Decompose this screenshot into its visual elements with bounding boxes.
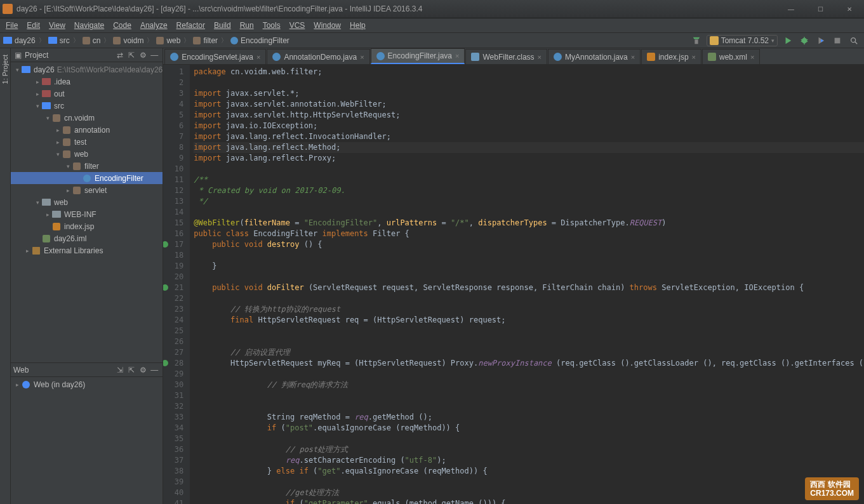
project-tree[interactable]: ▾day26E:\ItSoft\WorkPlace\Idea\day26▸.id… <box>11 62 163 362</box>
search-everywhere-button[interactable] <box>847 34 860 47</box>
editor-tab[interactable]: EncodingFilter.java× <box>371 48 465 64</box>
code-line[interactable]: public void doFilter (ServletRequest req… <box>194 282 864 293</box>
menu-code[interactable]: Code <box>109 19 136 32</box>
tree-node[interactable]: ▸.idea <box>11 76 163 88</box>
tree-node[interactable]: ▾cn.voidm <box>11 112 163 124</box>
code-line[interactable] <box>194 369 864 380</box>
menu-tools[interactable]: Tools <box>258 19 285 32</box>
menu-vcs[interactable]: VCS <box>285 19 310 32</box>
tree-node[interactable]: ▸test <box>11 136 163 148</box>
run-button[interactable] <box>781 34 794 47</box>
collapse-button[interactable]: ⇲ <box>114 364 126 376</box>
code-line[interactable] <box>194 207 864 218</box>
tree-node[interactable]: index.jsp <box>11 220 163 232</box>
editor-tab[interactable]: AnnotationDemo.java× <box>267 49 369 64</box>
code-line[interactable]: @WebFilter(filterName = "EncodingFilter"… <box>194 218 864 229</box>
tree-expander[interactable]: ▾ <box>44 115 51 121</box>
hide-button[interactable]: — <box>149 50 160 61</box>
code-line[interactable] <box>194 77 864 88</box>
code-line[interactable] <box>194 272 864 282</box>
menu-help[interactable]: Help <box>345 19 370 32</box>
code-line[interactable]: import java.io.IOException; <box>194 121 864 131</box>
settings-button[interactable]: ⚙ <box>137 50 149 61</box>
tree-expander[interactable]: ▸ <box>34 91 41 97</box>
code-line[interactable]: import javax.servlet.http.HttpServletReq… <box>194 110 864 121</box>
tree-node[interactable]: day26.iml <box>11 232 163 244</box>
close-tab-button[interactable]: × <box>455 52 459 60</box>
tree-node[interactable]: ▾src <box>11 100 163 112</box>
run-with-coverage-button[interactable] <box>814 34 827 47</box>
crumb-filter[interactable]: filter <box>192 36 219 45</box>
crumb-voidm[interactable]: voidm <box>112 36 145 45</box>
menu-refactor[interactable]: Refactor <box>172 19 209 32</box>
code-line[interactable]: // 启动设置代理 <box>194 347 864 358</box>
code-line[interactable]: //get处理方法 <box>194 487 864 498</box>
code-line[interactable]: */ <box>194 196 864 207</box>
code-line[interactable]: // 判断req的请求方法 <box>194 380 864 390</box>
tree-node[interactable]: EncodingFilter <box>11 172 163 184</box>
collapse-all-button[interactable]: ⇱ <box>126 50 137 61</box>
crumb-src[interactable]: src <box>47 36 71 45</box>
tree-node[interactable]: ▸out <box>11 88 163 100</box>
editor[interactable]: 1234567891011121314151617181920212223242… <box>163 65 864 504</box>
code-line[interactable]: } <box>194 261 864 272</box>
code-line[interactable]: } else if ("get".equalsIgnoreCase (reqMe… <box>194 466 864 477</box>
editor-gutter[interactable]: 1234567891011121314151617181920212223242… <box>163 65 190 504</box>
code-line[interactable]: public void destroy () { <box>194 239 864 250</box>
tree-node[interactable]: ▸annotation <box>11 124 163 136</box>
code-line[interactable]: package cn.voidm.web.filter; <box>194 67 864 77</box>
code-line[interactable]: import java.lang.reflect.Proxy; <box>194 153 864 164</box>
code-line[interactable]: if ("getParameter".equals (method.getNam… <box>194 498 864 504</box>
close-tab-button[interactable]: × <box>631 53 635 61</box>
tree-expander[interactable]: ▸ <box>23 248 31 254</box>
menu-window[interactable]: Window <box>309 19 345 32</box>
debug-button[interactable] <box>798 34 811 47</box>
code-line[interactable]: import java.lang.reflect.InvocationHandl… <box>194 131 864 142</box>
code-line[interactable]: final HttpServletRequest req = (HttpServ… <box>194 315 864 326</box>
menu-navigate[interactable]: Navigate <box>70 19 109 32</box>
code-line[interactable]: public class EncodingFilter implements F… <box>194 229 864 239</box>
code-line[interactable] <box>194 293 864 304</box>
crumb-module[interactable]: day26 <box>2 36 37 45</box>
code-line[interactable] <box>194 401 864 412</box>
toolwindow-tab-project[interactable]: 1: Project <box>0 48 10 90</box>
tree-expander[interactable]: ▸ <box>54 139 62 145</box>
menu-run[interactable]: Run <box>236 19 258 32</box>
code-line[interactable]: // 转换为http协议的request <box>194 304 864 315</box>
editor-code[interactable]: package cn.voidm.web.filter; import java… <box>190 65 864 504</box>
code-line[interactable] <box>194 434 864 444</box>
web-tree-item[interactable]: ▸ Web (in day26) <box>11 378 163 390</box>
make-project-button[interactable] <box>690 34 703 47</box>
tree-node[interactable]: ▾filter <box>11 160 163 172</box>
code-line[interactable] <box>194 477 864 487</box>
code-line[interactable]: HttpServletRequest myReq = (HttpServletR… <box>194 358 864 369</box>
editor-tab[interactable]: index.jsp× <box>641 49 701 64</box>
tree-expander[interactable]: ▸ <box>54 127 62 133</box>
expand-button[interactable]: ⇱ <box>126 364 137 376</box>
code-line[interactable]: // post处理方式 <box>194 444 864 455</box>
code-line[interactable]: if ("post".equalsIgnoreCase (reqMethod))… <box>194 423 864 434</box>
gutter-override-icon[interactable] <box>163 360 168 366</box>
code-line[interactable]: /** <box>194 175 864 185</box>
menu-analyze[interactable]: Analyze <box>136 19 172 32</box>
gutter-override-icon[interactable] <box>163 284 168 291</box>
tree-expander[interactable]: ▾ <box>34 103 41 109</box>
code-line[interactable] <box>194 164 864 175</box>
code-line[interactable]: String reqMethod = req.getMethod (); <box>194 412 864 423</box>
tree-expander[interactable]: ▸ <box>64 187 72 194</box>
tree-expander[interactable]: ▾ <box>34 199 41 206</box>
code-line[interactable]: * Created by void on 2017-02-09. <box>194 185 864 196</box>
tree-expander[interactable]: ▾ <box>64 163 72 169</box>
tree-expander[interactable]: ▸ <box>44 211 51 218</box>
crumb-web[interactable]: web <box>155 36 182 45</box>
scroll-from-source-button[interactable]: ⇄ <box>114 50 126 61</box>
tree-node[interactable]: ▾web <box>11 148 163 160</box>
stop-button[interactable] <box>831 34 844 47</box>
run-configuration-dropdown[interactable]: Tomcat 7.0.52 ▾ <box>707 35 778 46</box>
gutter-override-icon[interactable] <box>163 241 168 248</box>
code-line[interactable]: import javax.servlet.annotation.WebFilte… <box>194 99 864 110</box>
minimize-button[interactable]: — <box>776 0 806 18</box>
code-line[interactable] <box>194 336 864 347</box>
tree-node-root[interactable]: ▾day26E:\ItSoft\WorkPlace\Idea\day26 <box>11 63 163 76</box>
close-tab-button[interactable]: × <box>360 53 364 61</box>
